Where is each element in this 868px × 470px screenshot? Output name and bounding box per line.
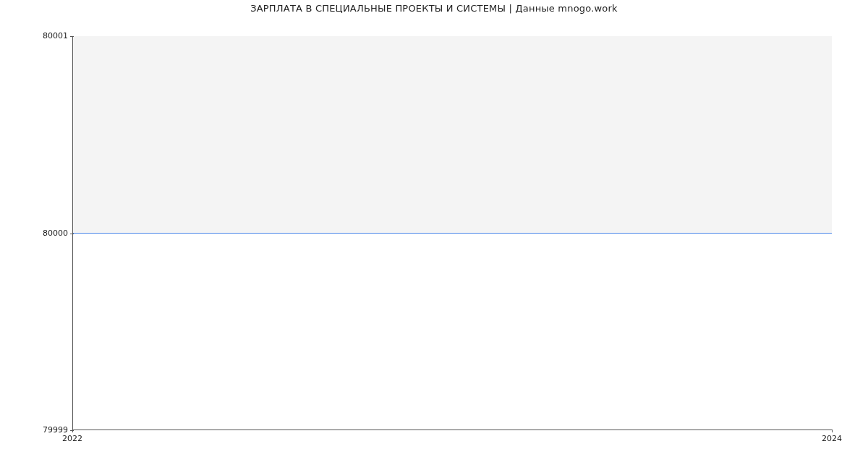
chart-series-line <box>73 233 832 234</box>
y-tick-label: 80001 <box>0 31 68 40</box>
y-tick-text: 80000 <box>43 228 68 238</box>
y-tick-label: 80000 <box>0 228 68 238</box>
y-tick-text: 80001 <box>43 31 68 40</box>
y-tick-mark <box>70 234 74 234</box>
chart-lower-bg <box>73 234 832 430</box>
x-tick-mark <box>832 430 833 432</box>
y-tick-mark <box>70 36 74 37</box>
x-tick-text: 2024 <box>822 434 842 443</box>
chart-plot-area <box>72 36 832 430</box>
chart-title: ЗАРПЛАТА В СПЕЦИАЛЬНЫЕ ПРОЕКТЫ И СИСТЕМЫ… <box>0 3 868 14</box>
x-tick-text: 2022 <box>62 434 82 443</box>
x-tick-label: 2022 <box>62 434 82 443</box>
x-tick-mark <box>72 430 73 432</box>
y-tick-label: 79999 <box>0 425 68 435</box>
x-tick-label: 2024 <box>822 434 842 443</box>
